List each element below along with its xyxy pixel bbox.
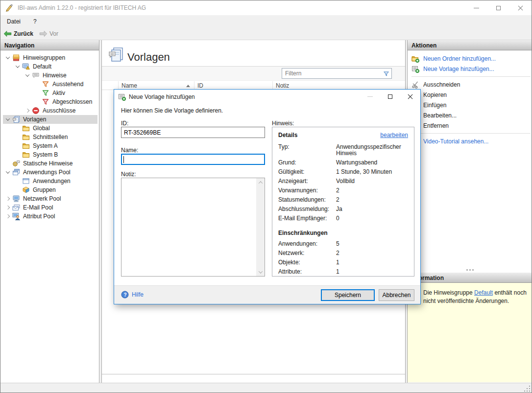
default-group-link[interactable]: Default <box>474 289 493 296</box>
nav-item-attribut-pool[interactable]: Attribut Pool <box>0 212 99 221</box>
toolbar: Zurück Vor <box>0 28 532 40</box>
information-panel: Die Hinweisgruppe Default enthält noch n… <box>408 283 532 382</box>
nav-item-netzwerk-pool[interactable]: Netzwerk Pool <box>0 194 99 203</box>
nav-item-statische-hinweise[interactable]: Statische Hinweise <box>0 159 99 168</box>
detail-value: Vollbild <box>336 178 408 185</box>
chevron-down-icon[interactable] <box>4 56 11 59</box>
attribute-person-icon <box>12 212 21 220</box>
name-label: Name: <box>121 147 138 154</box>
folder-icon <box>22 124 30 132</box>
folder-icon <box>22 151 30 159</box>
column-header-id[interactable]: ID <box>194 81 273 90</box>
nav-item-schnittstellen[interactable]: Schnittstellen <box>0 133 99 141</box>
column-header-name[interactable]: Name <box>119 81 194 90</box>
chevron-down-icon[interactable] <box>4 118 11 121</box>
column-header-icon[interactable] <box>102 81 119 90</box>
forward-label: Vor <box>49 30 58 37</box>
scroll-up-icon[interactable] <box>256 178 265 186</box>
restriction-value: 2 <box>336 250 408 256</box>
page-title: Vorlagen <box>127 51 170 64</box>
detail-label: E-Mail Empfänger: <box>278 215 336 222</box>
nav-item-label: System B <box>32 151 58 158</box>
nav-item-gruppen[interactable]: Gruppen <box>0 185 99 194</box>
chevron-right-icon[interactable] <box>4 215 11 218</box>
notiz-scrollbar[interactable] <box>256 178 265 276</box>
nav-item-global[interactable]: Global <box>0 124 99 133</box>
nav-item-email-pool[interactable]: E-Mail Pool <box>0 203 99 212</box>
detail-value: Ja <box>336 206 408 212</box>
nav-item-default[interactable]: Default <box>0 62 99 71</box>
svg-text:?: ? <box>123 292 126 298</box>
detail-label: Vorwarnungen: <box>278 187 336 194</box>
details-heading: Details <box>278 132 297 139</box>
action-video-tutorial[interactable]: Video-Tutorial ansehen... <box>408 136 532 146</box>
nav-item-aktiv[interactable]: Aktiv <box>0 89 99 97</box>
action-new-folder[interactable]: Neuen Ordner hinzufügen... <box>408 53 532 64</box>
forward-button[interactable]: Vor <box>39 30 58 37</box>
dialog-maximize-icon[interactable] <box>380 90 400 104</box>
nav-item-system-a[interactable]: System A <box>0 141 99 150</box>
nav-item-label: System A <box>32 142 58 149</box>
action-new-template[interactable]: Neue Vorlage hinzufügen... <box>408 64 532 74</box>
action-label: Kopieren <box>423 92 447 98</box>
nav-item-ausschluesse[interactable]: Ausschlüsse <box>0 106 99 115</box>
notiz-field[interactable] <box>121 178 256 276</box>
chevron-right-icon[interactable] <box>4 197 11 200</box>
back-arrow-icon <box>3 30 12 37</box>
back-button[interactable]: Zurück <box>3 30 33 37</box>
id-field[interactable] <box>121 127 265 138</box>
nav-item-hinweise[interactable]: Hinweise <box>0 71 99 80</box>
information-splitter-grip[interactable] <box>408 267 532 272</box>
chevron-down-icon[interactable] <box>14 65 21 68</box>
nav-item-abgeschlossen[interactable]: Abgeschlossen <box>0 97 99 106</box>
action-paste[interactable]: Einfügen <box>408 100 532 110</box>
action-copy[interactable]: Kopieren <box>408 90 532 100</box>
groups-box-icon <box>22 186 30 194</box>
notiz-label: Notiz: <box>121 171 136 178</box>
scroll-down-icon[interactable] <box>256 268 265 276</box>
chevron-right-icon[interactable] <box>24 109 31 112</box>
action-cut[interactable]: Ausschneiden <box>408 79 532 90</box>
status-bar <box>0 383 532 393</box>
chevron-right-icon[interactable] <box>4 206 11 209</box>
name-field[interactable] <box>121 154 265 165</box>
chevron-down-icon[interactable] <box>24 74 31 77</box>
dialog-close-icon[interactable] <box>400 90 420 104</box>
chevron-down-icon[interactable] <box>4 171 11 174</box>
filter-funnel-icon[interactable] <box>381 69 391 78</box>
nav-item-ausstehend[interactable]: Ausstehend <box>0 80 99 89</box>
action-remove[interactable]: Entfernen <box>408 120 532 131</box>
nav-item-system-b[interactable]: System B <box>0 150 99 159</box>
column-header-notiz[interactable]: Notiz <box>273 81 405 90</box>
restriction-label: Anwendungen: <box>278 241 336 247</box>
templates-page-icon <box>12 116 21 123</box>
detail-value: 1 Stunde, 30 Minuten <box>336 169 408 175</box>
monitor-warning-icon <box>22 63 30 70</box>
cancel-button[interactable]: Abbrechen <box>379 289 414 301</box>
restriction-label: Attribute: <box>278 269 336 275</box>
actions-panel: Aktionen Neuen Ordner hinzufügen... Neue… <box>407 40 532 383</box>
action-edit[interactable]: Bearbeiten... <box>408 110 532 120</box>
save-button[interactable]: Speichern <box>321 289 375 301</box>
help-link[interactable]: ? Hilfe <box>121 291 144 299</box>
dialog-title-bar: Neue Vorlage hinzufügen <box>114 90 420 104</box>
notiz-field-wrap <box>121 178 265 277</box>
funnel-green-icon <box>42 89 50 97</box>
nav-item-vorlagen[interactable]: Vorlagen <box>3 115 97 124</box>
filter-input[interactable] <box>282 70 381 77</box>
minimize-icon[interactable] <box>465 0 487 15</box>
folder-icon <box>22 142 30 150</box>
close-icon[interactable] <box>509 0 532 15</box>
nav-item-hinweisgruppen[interactable]: Hinweisgruppen <box>0 53 99 62</box>
restriction-value: 1 <box>336 269 408 275</box>
action-label: Video-Tutorial ansehen... <box>423 138 488 145</box>
menu-item-datei[interactable]: Datei <box>0 16 27 27</box>
nav-item-anwendungen[interactable]: Anwendungen <box>0 177 99 185</box>
nav-item-anwendungs-pool[interactable]: Anwendungs Pool <box>0 168 99 177</box>
menu-item-help[interactable]: ? <box>27 16 43 27</box>
resize-grip-icon[interactable] <box>524 386 530 392</box>
edit-hinweis-link[interactable]: bearbeiten <box>380 132 408 139</box>
action-label: Entfernen <box>423 122 449 129</box>
maximize-icon[interactable] <box>487 0 509 15</box>
nav-item-label: Netzwerk Pool <box>22 195 61 202</box>
